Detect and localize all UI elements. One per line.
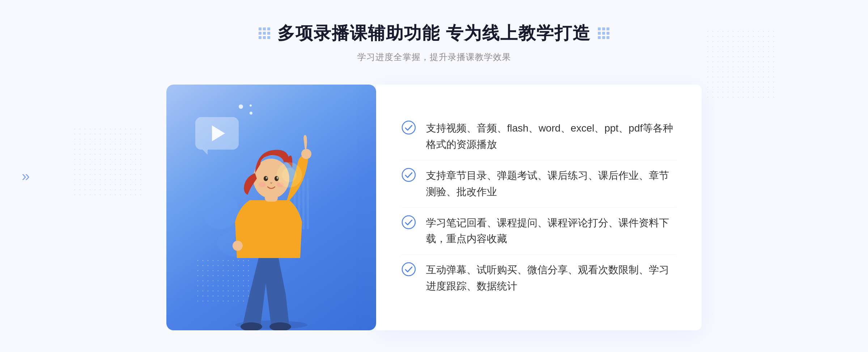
- main-content: 支持视频、音频、flash、word、excel、ppt、pdf等各种格式的资源…: [145, 85, 723, 330]
- header-section: 多项录播课辅助功能 专为线上教学打造 学习进度全掌握，提升录播课教学效果: [259, 22, 609, 63]
- check-circle-icon: [401, 120, 416, 136]
- svg-point-16: [402, 168, 415, 181]
- feature-item-4: 互动弹幕、试听购买、微信分享、观看次数限制、学习进度跟踪、数据统计: [401, 255, 676, 302]
- feature-item-1: 支持视频、音频、flash、word、excel、ppt、pdf等各种格式的资源…: [401, 113, 676, 160]
- check-circle-icon: [401, 168, 416, 184]
- feature-text-4: 互动弹幕、试听购买、微信分享、观看次数限制、学习进度跟踪、数据统计: [426, 262, 676, 295]
- page-title: 多项录播课辅助功能 专为线上教学打造: [277, 22, 590, 45]
- dots-left: [72, 126, 145, 199]
- arrow-left-decoration: »: [22, 168, 30, 184]
- sparkle-2: [250, 112, 252, 115]
- check-circle-icon: [401, 262, 416, 278]
- feature-text-1: 支持视频、音频、flash、word、excel、ppt、pdf等各种格式的资源…: [426, 120, 676, 153]
- features-container: 支持视频、音频、flash、word、excel、ppt、pdf等各种格式的资源…: [401, 113, 676, 301]
- svg-point-18: [402, 263, 415, 276]
- page-subtitle: 学习进度全掌握，提升录播课教学效果: [259, 51, 609, 63]
- feature-text-2: 支持章节目录、弹题考试、课后练习、课后作业、章节测验、批改作业: [426, 168, 676, 200]
- feature-text-3: 学习笔记回看、课程提问、课程评论打分、课件资料下载，重点内容收藏: [426, 215, 676, 248]
- illustration-box: [166, 85, 376, 330]
- features-panel: 支持视频、音频、flash、word、excel、ppt、pdf等各种格式的资源…: [376, 85, 702, 330]
- grid-icon-left: [259, 27, 270, 39]
- feature-item-3: 学习笔记回看、课程提问、课程评论打分、课件资料下载，重点内容收藏: [401, 208, 676, 255]
- header-title-row: 多项录播课辅助功能 专为线上教学打造: [259, 22, 609, 45]
- svg-point-4: [233, 241, 243, 251]
- sparkle-3: [250, 104, 252, 107]
- svg-point-7: [264, 176, 268, 181]
- svg-point-3: [301, 149, 311, 159]
- svg-point-11: [259, 182, 266, 187]
- person-illustration: [203, 121, 340, 330]
- check-circle-icon: [401, 215, 416, 231]
- svg-point-14: [282, 168, 297, 182]
- svg-point-17: [402, 216, 415, 229]
- grid-icon-right: [598, 27, 609, 39]
- svg-point-15: [402, 121, 415, 134]
- feature-item-2: 支持章节目录、弹题考试、课后练习、课后作业、章节测验、批改作业: [401, 160, 676, 208]
- sparkle-1: [239, 104, 243, 109]
- page-wrapper: » 多项录播课辅助功能 专为线上教学打造 学习进度全掌握，提升录播课教学效果: [0, 0, 868, 352]
- svg-point-9: [266, 177, 268, 179]
